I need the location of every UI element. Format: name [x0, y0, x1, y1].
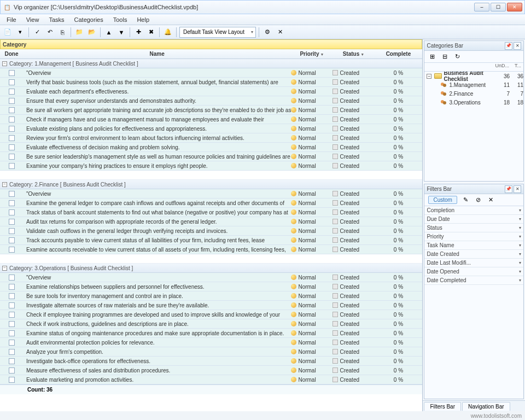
task-row[interactable]: "OverviewNormalCreated0 %	[0, 189, 422, 199]
tree-item[interactable]: 2.Finance77	[424, 89, 523, 98]
layout-select[interactable]: Default Task View Layout	[179, 27, 256, 38]
filter-field[interactable]: Date Opened▾	[424, 267, 523, 276]
new-dropdown-icon[interactable]: ▾	[15, 27, 26, 38]
tree-item[interactable]: 1.Management1111	[424, 80, 523, 89]
menu-help[interactable]: Help	[132, 15, 154, 24]
done-checkbox[interactable]	[9, 135, 15, 141]
chevron-down-icon[interactable]: ▼	[320, 52, 324, 56]
panel-close-icon[interactable]: ✕	[514, 185, 521, 193]
done-checkbox[interactable]	[9, 228, 15, 234]
task-row[interactable]: Track status of bank account statements …	[0, 208, 422, 217]
group-header[interactable]: −Category: 1.Management [ Business Audit…	[0, 59, 422, 68]
task-row[interactable]: Ensure that every supervisor understands…	[0, 96, 422, 106]
filter-field[interactable]: Completion▾	[424, 206, 523, 215]
done-checkbox[interactable]	[9, 284, 15, 290]
tree-refresh-icon[interactable]: ↻	[452, 51, 463, 62]
done-checkbox[interactable]	[9, 163, 15, 169]
task-row[interactable]: Analyze your firm's competition.NormalCr…	[0, 347, 422, 357]
task-grid[interactable]: −Category: 1.Management [ Business Audit…	[0, 59, 422, 411]
task-row[interactable]: Examine accounts receivable to view curr…	[0, 245, 422, 254]
task-row[interactable]: Measure effectiveness of sales and distr…	[0, 366, 422, 375]
task-row[interactable]: Be sure tools for inventory management a…	[0, 291, 422, 301]
tab-filters-bar[interactable]: Filters Bar	[424, 402, 461, 411]
chevron-down-icon[interactable]: ▾	[519, 269, 521, 274]
filter-icon[interactable]: ⚙	[262, 27, 273, 38]
done-checkbox[interactable]	[9, 200, 15, 206]
task-row[interactable]: Evaluate existing plans and policies for…	[0, 124, 422, 133]
done-checkbox[interactable]	[9, 293, 15, 299]
task-row[interactable]: Examine your company's hiring practices …	[0, 161, 422, 171]
chevron-down-icon[interactable]: ▾	[519, 234, 521, 239]
task-row[interactable]: Examine the general ledger to compare ca…	[0, 199, 422, 208]
task-row[interactable]: Be sure senior leadership's management s…	[0, 152, 422, 161]
reminder-icon[interactable]: 🔔	[162, 27, 173, 38]
tree-item[interactable]: 3.Operations1818	[424, 98, 523, 107]
filter-field[interactable]: Date Created▾	[424, 250, 523, 259]
menu-view[interactable]: View	[22, 15, 44, 24]
done-checkbox[interactable]	[9, 70, 15, 76]
tree-col-total[interactable]: T...	[509, 63, 521, 71]
task-row[interactable]: Evaluate effectiveness of decision makin…	[0, 143, 422, 152]
task-row[interactable]: Audit environmental protection policies …	[0, 338, 422, 347]
task-row[interactable]: "OverviewNormalCreated0 %	[0, 273, 422, 282]
col-status[interactable]: Status▼	[332, 51, 374, 57]
filter-field[interactable]: Due Date▾	[424, 215, 523, 224]
task-row[interactable]: Examine relationships between suppliers …	[0, 282, 422, 291]
done-checkbox[interactable]	[9, 126, 15, 132]
move-up-icon[interactable]: ▲	[103, 27, 114, 38]
done-checkbox[interactable]	[9, 377, 15, 383]
col-priority[interactable]: Priority▼	[291, 51, 332, 57]
done-checkbox[interactable]	[9, 275, 15, 281]
tree-expand-icon[interactable]: ⊞	[427, 51, 438, 62]
tree-col-undone[interactable]: UnD...	[494, 63, 509, 71]
task-row[interactable]: Examine status of ongoing maintenance pr…	[0, 329, 422, 338]
task-add-icon[interactable]: ✚	[133, 27, 144, 38]
task-row[interactable]: Investigate alternate sources of raw mat…	[0, 301, 422, 310]
done-checkbox[interactable]	[9, 79, 15, 85]
task-delete-icon[interactable]: ✖	[145, 27, 156, 38]
clear-icon[interactable]: ✕	[275, 27, 285, 38]
done-checkbox[interactable]	[9, 209, 15, 215]
task-row[interactable]: Evaluate marketing and promotion activit…	[0, 375, 422, 384]
done-checkbox[interactable]	[9, 247, 15, 253]
folder-open-icon[interactable]: 📂	[86, 27, 97, 38]
done-checkbox[interactable]	[9, 321, 15, 327]
categories-tree[interactable]: −Business Audit Checklist36361.Managemen…	[424, 72, 523, 181]
done-checkbox[interactable]	[9, 340, 15, 346]
group-header[interactable]: −Category: 3.Operations [ Business Audit…	[0, 264, 422, 273]
col-name[interactable]: Name	[23, 51, 291, 57]
done-checkbox[interactable]	[9, 368, 15, 374]
panel-close-icon[interactable]: ✕	[514, 42, 521, 50]
custom-filter-chip[interactable]: Custom	[428, 196, 457, 204]
panel-pin-icon[interactable]: 📌	[505, 42, 512, 50]
done-checkbox[interactable]	[9, 98, 15, 104]
task-row[interactable]: Evaluate each department's effectiveness…	[0, 87, 422, 96]
new-icon[interactable]: 📄	[2, 27, 13, 38]
task-row[interactable]: Validate cash outflows in the general le…	[0, 226, 422, 236]
task-row[interactable]: Audit tax returns for comparison with ap…	[0, 217, 422, 226]
done-checkbox[interactable]	[9, 154, 15, 160]
panel-pin-icon[interactable]: 📌	[505, 185, 512, 193]
copy-icon[interactable]: ⎘	[57, 27, 68, 38]
done-checkbox[interactable]	[9, 237, 15, 243]
menu-tools[interactable]: Tools	[109, 15, 132, 24]
done-checkbox[interactable]	[9, 116, 15, 122]
move-down-icon[interactable]: ▼	[116, 27, 127, 38]
chevron-down-icon[interactable]: ▾	[519, 217, 521, 221]
collapse-icon[interactable]: −	[2, 182, 7, 187]
task-row[interactable]: Check if work instructions, guidelines a…	[0, 319, 422, 329]
filter-field[interactable]: Date Completed▾	[424, 276, 523, 285]
expand-icon[interactable]: −	[427, 74, 431, 79]
filter-delete-icon[interactable]: ✕	[486, 195, 497, 206]
collapse-icon[interactable]: −	[2, 266, 7, 271]
minimize-button[interactable]: –	[474, 3, 489, 11]
task-row[interactable]: Review your firm's control environment t…	[0, 133, 422, 143]
task-row[interactable]: Check if employee training programmes ar…	[0, 310, 422, 319]
group-header[interactable]: −Category: 2.Finance [ Business Audit Ch…	[0, 180, 422, 189]
done-checkbox[interactable]	[9, 302, 15, 308]
filter-field[interactable]: Task Name▾	[424, 241, 523, 250]
task-row[interactable]: Verify that basic business tools (such a…	[0, 78, 422, 87]
done-checkbox[interactable]	[9, 358, 15, 364]
undo-icon[interactable]: ↶	[44, 27, 55, 38]
filter-clear-icon[interactable]: ⊘	[473, 195, 484, 206]
